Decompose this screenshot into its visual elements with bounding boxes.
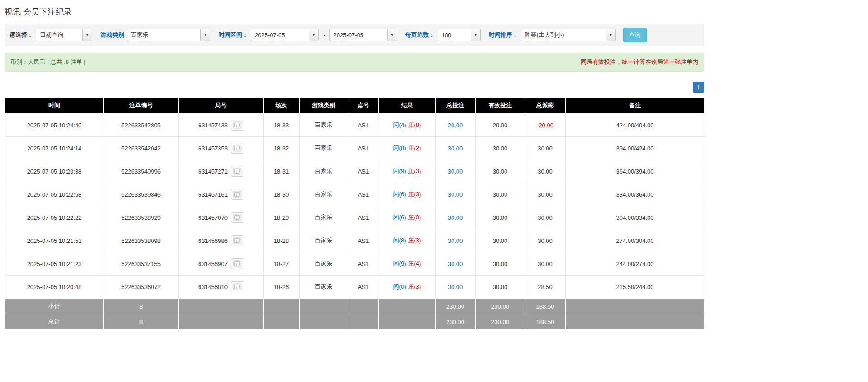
summary-currency-count: 币别：人民币 | 总共 :8 注单 | bbox=[10, 58, 86, 66]
result-banker: 庄(3) bbox=[408, 191, 421, 198]
chevron-down-icon[interactable]: ▼ bbox=[471, 29, 480, 41]
valid-bet-cell: 30.00 bbox=[475, 160, 525, 183]
col-header-total-bet: 总投注 bbox=[435, 98, 475, 113]
total-bet-cell: 30.00 bbox=[435, 229, 475, 252]
page-size-combobox[interactable]: 100 ▼ bbox=[438, 29, 481, 41]
total-bet-link[interactable]: 30.00 bbox=[448, 261, 463, 267]
round-id: 631456907 bbox=[198, 261, 228, 267]
total-bet-link[interactable]: 30.00 bbox=[448, 214, 463, 221]
payout-cell: 28.50 bbox=[525, 276, 565, 299]
table-no-cell: AS1 bbox=[348, 276, 379, 299]
time-cell: 2025-07-05 10:23:38 bbox=[5, 160, 104, 183]
session-cell: 18-32 bbox=[263, 137, 299, 160]
remark-cell: 215.50/244.00 bbox=[565, 276, 705, 299]
result-player: 闲(8) bbox=[393, 145, 406, 151]
table-footer: 小计 8 230.00 230.00 188.50 总计 8 bbox=[5, 299, 705, 329]
col-header-bet-id: 注单编号 bbox=[104, 98, 178, 113]
empty-cell bbox=[565, 314, 705, 329]
col-header-valid-bet: 有效投注 bbox=[475, 98, 525, 113]
payout-cell: -20.00 bbox=[525, 113, 565, 137]
remark-cell: 424.00/404.00 bbox=[565, 113, 705, 137]
game-type-cell: 百家乐 bbox=[299, 276, 348, 299]
search-button[interactable]: 查询 bbox=[623, 28, 647, 42]
chevron-down-icon[interactable]: ▼ bbox=[200, 29, 210, 41]
round-cell: 631456810 bbox=[178, 276, 263, 299]
game-type-cell: 百家乐 bbox=[299, 137, 348, 160]
chevron-down-icon[interactable]: ▼ bbox=[606, 29, 615, 41]
pagination-top: 1 bbox=[5, 82, 704, 93]
empty-cell bbox=[263, 314, 299, 329]
video-record-icon[interactable] bbox=[231, 189, 243, 200]
empty-cell bbox=[178, 314, 263, 329]
round-id: 631457271 bbox=[198, 168, 228, 175]
payout-cell: 30.00 bbox=[525, 206, 565, 229]
summary-bar: 币别：人民币 | 总共 :8 注单 | 同局有效投注，统一计算在该局第一张注单内 bbox=[5, 53, 704, 72]
query-type-value: 日期查询 bbox=[36, 29, 82, 41]
video-record-icon[interactable] bbox=[231, 166, 243, 177]
result-cell: 闲(8)庄(2) bbox=[379, 137, 435, 160]
bet-id-cell: 522633537155 bbox=[104, 252, 178, 276]
total-bet-link[interactable]: 30.00 bbox=[448, 284, 463, 290]
bet-id-cell: 522633542805 bbox=[104, 113, 178, 137]
page-1-button[interactable]: 1 bbox=[693, 82, 704, 93]
total-bet-link[interactable]: 30.00 bbox=[448, 191, 463, 198]
total-bet-link[interactable]: 30.00 bbox=[448, 237, 463, 244]
query-type-combobox[interactable]: 日期查询 ▼ bbox=[36, 29, 92, 41]
time-cell: 2025-07-05 10:24:14 bbox=[5, 137, 104, 160]
valid-bet-cell: 20.00 bbox=[475, 113, 525, 137]
remark-cell: 244.00/274.00 bbox=[565, 252, 705, 276]
game-type-cell: 百家乐 bbox=[299, 229, 348, 252]
total-bet-cell: 30.00 bbox=[435, 183, 475, 206]
date-to-picker[interactable]: 2025-07-05 ▼ bbox=[329, 29, 397, 41]
video-record-icon[interactable] bbox=[231, 281, 243, 292]
result-cell: 闲(6)庄(0) bbox=[379, 206, 435, 229]
time-cell: 2025-07-05 10:21:53 bbox=[5, 229, 104, 252]
valid-bet-cell: 30.00 bbox=[475, 183, 525, 206]
table-row: 2025-07-05 10:24:14 522633542042 6314573… bbox=[5, 137, 705, 160]
total-valid-bet: 230.00 bbox=[475, 314, 525, 329]
chevron-down-icon[interactable]: ▼ bbox=[309, 29, 318, 41]
result-player: 闲(0) bbox=[393, 283, 406, 290]
bet-records-table: 时间 注单编号 局号 场次 游戏类别 桌号 结果 总投注 有效投注 总派彩 备注… bbox=[5, 97, 705, 330]
empty-cell bbox=[178, 299, 263, 314]
bet-id-cell: 522633536072 bbox=[104, 276, 178, 299]
round-cell: 631456907 bbox=[178, 252, 263, 276]
video-record-icon[interactable] bbox=[231, 212, 243, 223]
result-cell: 闲(8)庄(3) bbox=[379, 229, 435, 252]
valid-bet-cell: 30.00 bbox=[475, 229, 525, 252]
subtotal-count: 8 bbox=[104, 299, 178, 314]
empty-cell bbox=[565, 299, 705, 314]
valid-bet-cell: 30.00 bbox=[475, 276, 525, 299]
time-cell: 2025-07-05 10:21:23 bbox=[5, 252, 104, 276]
video-record-icon[interactable] bbox=[231, 258, 243, 269]
result-player: 闲(6) bbox=[393, 214, 406, 221]
chevron-down-icon[interactable]: ▼ bbox=[82, 29, 92, 41]
page-title: 视讯 会员下注纪录 bbox=[5, 6, 704, 17]
total-bet-link[interactable]: 30.00 bbox=[448, 168, 463, 175]
game-type-cell: 百家乐 bbox=[299, 206, 348, 229]
round-cell: 631457433 bbox=[178, 113, 263, 137]
payout-cell: 30.00 bbox=[525, 252, 565, 276]
total-bet-link[interactable]: 30.00 bbox=[448, 145, 463, 152]
total-bet-link[interactable]: 20.00 bbox=[448, 122, 463, 129]
payout-cell: 30.00 bbox=[525, 229, 565, 252]
chevron-down-icon[interactable]: ▼ bbox=[387, 29, 397, 41]
col-header-payout: 总派彩 bbox=[525, 98, 565, 113]
result-banker: 庄(3) bbox=[408, 168, 421, 174]
table-row: 2025-07-05 10:22:58 522633539846 6314571… bbox=[5, 183, 705, 206]
date-from-picker[interactable]: 2025-07-05 ▼ bbox=[251, 29, 319, 41]
video-record-icon[interactable] bbox=[231, 143, 243, 154]
video-record-icon[interactable] bbox=[231, 120, 243, 131]
date-from-value: 2025-07-05 bbox=[251, 29, 309, 41]
result-cell: 闲(4)庄(8) bbox=[379, 113, 435, 137]
empty-cell bbox=[263, 299, 299, 314]
result-banker: 庄(2) bbox=[408, 145, 421, 151]
empty-cell bbox=[348, 314, 379, 329]
payout-cell: 30.00 bbox=[525, 160, 565, 183]
summary-note: 同局有效投注，统一计算在该局第一张注单内 bbox=[581, 58, 698, 66]
result-cell: 闲(9)庄(4) bbox=[379, 252, 435, 276]
game-type-combobox[interactable]: 百家乐 ▼ bbox=[127, 29, 210, 41]
video-record-icon[interactable] bbox=[231, 235, 243, 246]
time-sort-combobox[interactable]: 降幂(由大到小) ▼ bbox=[521, 29, 616, 41]
game-type-cell: 百家乐 bbox=[299, 183, 348, 206]
